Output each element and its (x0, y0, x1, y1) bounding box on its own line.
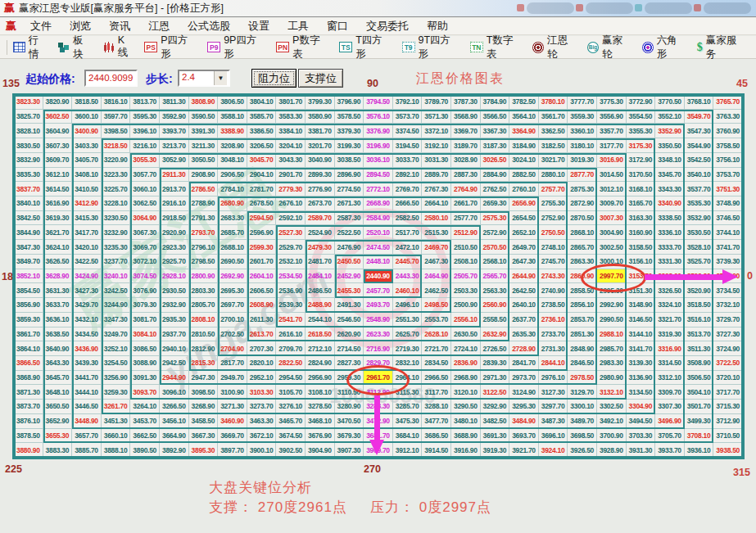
grid-cell: 2515.30 (422, 225, 451, 240)
grid-cell: 3643.30 (43, 356, 73, 371)
menu-item-3[interactable]: 资讯 (100, 18, 139, 34)
grid-cell: 3571.30 (422, 110, 451, 124)
grid-cell: 3840.10 (14, 196, 43, 211)
grid-cell: 2568.10 (481, 255, 510, 269)
menu-item-1[interactable]: 文件 (21, 18, 61, 34)
grid-cell: 3578.50 (335, 110, 364, 124)
menu-item-8[interactable]: 窗口 (318, 18, 357, 34)
toolbar-item-4[interactable]: PSP四方形 (144, 34, 197, 61)
grid-cell: 2457.70 (364, 283, 393, 298)
toolbar-item-11[interactable]: Big赢家轮 (587, 34, 632, 61)
grid-cell: 3676.90 (306, 429, 335, 444)
grid-cell: 2988.10 (597, 327, 627, 342)
grid-cell: 3098.50 (189, 385, 219, 400)
menu-item-9[interactable]: 交易委托 (357, 18, 418, 34)
grid-cell: 3002.50 (597, 240, 627, 255)
grid-cell: 3804.10 (247, 95, 277, 110)
grid-cell: 2685.70 (218, 225, 247, 240)
grid-cell: 3117.70 (422, 385, 451, 400)
grid-cell: 3043.30 (276, 153, 306, 168)
menu-item-2[interactable]: 浏览 (61, 18, 100, 34)
grid-cell: 3537.70 (685, 182, 714, 196)
grid-cell: 3924.10 (539, 443, 568, 458)
grid-cell: 3789.70 (422, 95, 451, 110)
grid-cell: 3794.50 (364, 95, 393, 110)
grid-cell: 3513.70 (685, 327, 714, 342)
grid-cell: 2476.90 (335, 240, 364, 255)
toolbar-item-3[interactable]: K线 (103, 34, 134, 61)
grid-cell: 3708.10 (685, 429, 714, 444)
grid-cell: 3664.90 (160, 429, 189, 444)
grid-cell: 2954.50 (276, 371, 306, 386)
grid-cell: 3108.10 (306, 385, 335, 400)
menu-item-7[interactable]: 工具 (278, 18, 318, 34)
grid-cell: 2781.70 (247, 182, 277, 196)
grid-cell: 3636.10 (43, 313, 73, 327)
grid-cell: 2508.10 (451, 255, 481, 269)
grid-cell: 3424.90 (72, 269, 102, 284)
grid-cell: 3014.50 (597, 168, 627, 183)
grid-cell: 2800.90 (189, 269, 219, 284)
grid-cell: 2930.50 (160, 283, 189, 298)
grid-cell: 3792.10 (393, 95, 423, 110)
grid-cell: 2815.30 (189, 356, 219, 371)
grid-cell: 3036.10 (364, 153, 393, 168)
grid-cell: 2971.30 (481, 371, 510, 386)
menu-item-10[interactable]: 帮助 (418, 18, 457, 34)
grid-cell: 3640.90 (43, 341, 73, 356)
grid-cell: 3021.70 (539, 153, 568, 168)
toolbar-item-7[interactable]: TST四方形 (339, 34, 392, 61)
step-value[interactable]: 2.4 (179, 71, 214, 85)
grid-cell: 2709.70 (276, 341, 306, 356)
grid-cell: 3700.90 (597, 429, 627, 444)
step-combobox[interactable]: 2.4 ▼ (178, 70, 230, 87)
grid-cell: 3504.10 (685, 385, 714, 400)
toolbar-item-1[interactable]: 行情 (13, 34, 48, 61)
toolbar-item-9[interactable]: TNT数字表 (470, 34, 523, 61)
grid-cell: 3364.90 (509, 124, 539, 138)
grid-cell: 3746.50 (713, 211, 743, 226)
toolbar-item-2[interactable]: 板块 (58, 34, 93, 61)
grid-cell: 3705.70 (655, 429, 685, 444)
start-price-input[interactable]: 2440.9099 (84, 70, 138, 87)
grid-cell: 2834.50 (422, 356, 451, 371)
grid-cell: 2452.90 (335, 269, 364, 284)
grid-cell: 3583.30 (276, 110, 306, 124)
grid-cell: 3460.90 (218, 414, 247, 429)
grid-cell: 3206.50 (247, 138, 277, 153)
menu-item-5[interactable]: 公式选股 (179, 18, 239, 34)
grid-cell: 3302.50 (597, 400, 627, 414)
grid-cell: 3040.90 (306, 153, 335, 168)
grid-cell: 2589.70 (306, 211, 335, 226)
grid-cell: 2877.70 (568, 168, 597, 183)
grid-cell: 3880.90 (14, 443, 43, 458)
chevron-down-icon[interactable]: ▼ (214, 71, 227, 85)
grid-cell: 3016.90 (597, 153, 627, 168)
grid-cell: 3453.70 (130, 414, 160, 429)
grid-cell: 3252.10 (102, 341, 131, 356)
grid-cell: 3768.10 (685, 95, 714, 110)
grid-cell: 2726.50 (481, 341, 510, 356)
window-title: 赢家江恩专业版[赢家服务平台] - [价格正方形] (19, 2, 224, 16)
grid-cell: 3753.70 (713, 168, 743, 183)
support-level-button[interactable]: 支撑位 (298, 69, 343, 88)
toolbar-item-8[interactable]: T99T四方形 (402, 34, 460, 61)
grid-cell: 3386.50 (247, 124, 277, 138)
grid-cell: 2496.10 (393, 298, 423, 313)
toolbar-item-12[interactable]: 六角形 (642, 34, 687, 61)
grid-cell: 3007.30 (597, 211, 627, 226)
toolbar-item-10[interactable]: 江恩轮 (532, 34, 577, 61)
menu-item-4[interactable]: 江恩 (139, 18, 179, 34)
toolbar-item-label: 行情 (29, 34, 49, 61)
grid-cell: 2940.10 (160, 341, 189, 356)
menu-item-6[interactable]: 设置 (239, 18, 278, 34)
toolbar-item-13[interactable]: $赢家服务 (697, 34, 746, 61)
resistance-level-button[interactable]: 阻力位 (251, 69, 297, 88)
grid-cell: 3933.70 (655, 443, 685, 458)
grid-cell: 3535.30 (685, 196, 714, 211)
grid-cell: 2738.50 (539, 298, 568, 313)
grid-cell: 3463.30 (247, 414, 277, 429)
grid-cell: 2935.30 (160, 313, 189, 327)
toolbar-item-6[interactable]: PNP数字表 (276, 34, 329, 61)
toolbar-item-5[interactable]: P99P四方形 (207, 34, 266, 61)
